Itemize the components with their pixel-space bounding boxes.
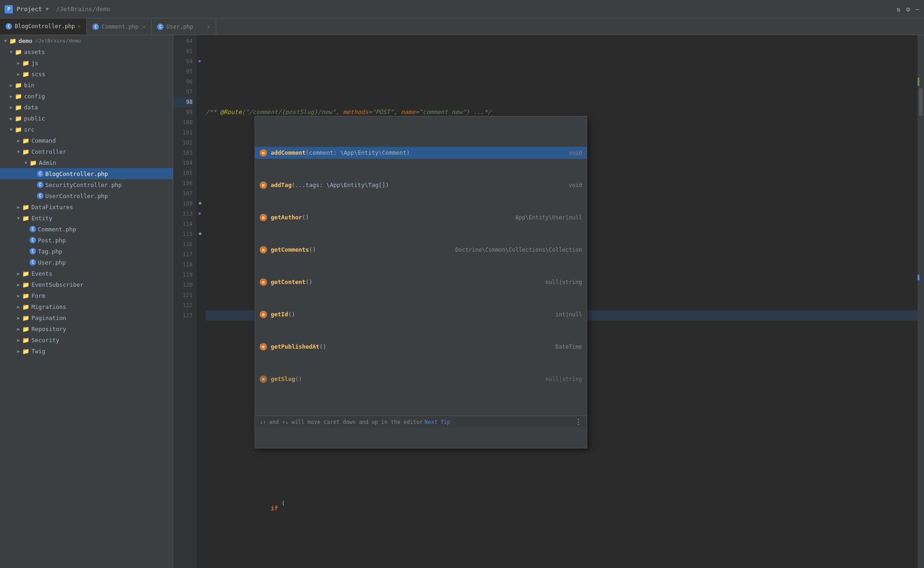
- sidebar-item-events[interactable]: ▶ 📁 Events: [0, 268, 173, 279]
- sidebar-item-comment-php[interactable]: ▶ C Comment.php: [0, 224, 173, 235]
- sidebar-item-security[interactable]: ▶ 📁 Security: [0, 334, 173, 345]
- js-label: js: [31, 60, 38, 66]
- admin-arrow-icon: ▼: [22, 159, 30, 166]
- ac-method-name-getPublishedAt: getPublishedAt(): [271, 342, 552, 352]
- dropdown-arrow-icon[interactable]: ▼: [46, 6, 49, 12]
- sidebar-item-config[interactable]: ▶ 📁 config: [0, 91, 173, 102]
- tab-comment[interactable]: C Comment.php ✕: [87, 18, 152, 35]
- sidebar-item-public[interactable]: ▶ 📁 public: [0, 113, 173, 124]
- change-marker-2: [918, 275, 919, 280]
- tab-user[interactable]: C User.php ✕: [152, 18, 216, 35]
- repository-label: Repository: [31, 326, 66, 332]
- tab-file-icon-blog: C: [6, 23, 12, 30]
- vertical-scrollbar[interactable]: [918, 35, 924, 568]
- sidebar-item-admin[interactable]: ▼ 📁 Admin: [0, 157, 173, 168]
- tab-blog-controller[interactable]: C BlogController.php ✕: [0, 18, 87, 35]
- gutter: ▶ ● ▶ ●: [196, 35, 204, 568]
- tab-close-blog[interactable]: ✕: [78, 23, 81, 30]
- user-ctrl-label: UserController.php: [45, 193, 108, 199]
- minimize-icon[interactable]: −: [916, 6, 919, 13]
- autocomplete-popup[interactable]: m addComment(comment: \App\Entity\Commen…: [255, 116, 587, 448]
- sidebar-item-eventsubscriber[interactable]: ▶ 📁 EventSubscriber: [0, 279, 173, 290]
- sidebar-item-command[interactable]: ▶ 📁 Command: [0, 135, 173, 146]
- assets-folder-icon: 📁: [15, 48, 22, 55]
- config-arrow-icon: ▶: [7, 92, 15, 100]
- sidebar-item-twig[interactable]: ▶ 📁 Twig: [0, 345, 173, 357]
- tab-close-user[interactable]: ✕: [207, 24, 210, 30]
- repository-arrow-icon: ▶: [15, 325, 22, 332]
- assets-label: assets: [24, 48, 45, 55]
- autocomplete-item-getComments[interactable]: m getComments() Doctrine\Common\Collecti…: [255, 244, 587, 256]
- ac-return-type-getSlug: null|string: [546, 374, 582, 384]
- autocomplete-item-getSlug[interactable]: m getSlug() null|string: [255, 373, 587, 385]
- ac-next-tip-link[interactable]: Next Tip: [425, 417, 450, 427]
- tag-php-icon: C: [30, 248, 36, 254]
- sidebar-item-user-php[interactable]: ▶ C User.php: [0, 257, 173, 268]
- sidebar-item-repository[interactable]: ▶ 📁 Repository: [0, 323, 173, 334]
- ac-return-type-addComment: void: [569, 148, 582, 158]
- ac-footer-dots[interactable]: ⋮: [575, 417, 582, 427]
- sidebar-item-datafixtures[interactable]: ▶ 📁 DataFixtures: [0, 201, 173, 212]
- code-content[interactable]: /** @Route("/comment/{postSlug}/new", me…: [204, 35, 918, 568]
- blog-ctrl-label: BlogController.php: [45, 170, 108, 177]
- root-folder-icon: 📁: [9, 37, 17, 44]
- scss-label: scss: [31, 71, 45, 78]
- sidebar-item-user-controller[interactable]: ▶ C UserController.php: [0, 190, 173, 201]
- sidebar: ▼ 📁 demo /JetBrains/demo ▼ 📁 assets ▶ 📁 …: [0, 35, 173, 568]
- code-line-84: [206, 66, 918, 77]
- sidebar-item-migrations[interactable]: ▶ 📁 Migrations: [0, 301, 173, 312]
- sidebar-item-controller[interactable]: ▼ 📁 Controller: [0, 146, 173, 157]
- public-folder-icon: 📁: [15, 115, 22, 122]
- sidebar-item-scss[interactable]: ▶ 📁 scss: [0, 68, 173, 79]
- autocomplete-item-getContent[interactable]: m getContent() null|string: [255, 276, 587, 288]
- tab-close-comment[interactable]: ✕: [142, 24, 146, 30]
- autocomplete-item-addTag[interactable]: m addTag(...tags: \App\Entity\Tag[]) voi…: [255, 179, 587, 191]
- sec-ctrl-label: SecurityController.php: [45, 181, 122, 188]
- sidebar-item-js[interactable]: ▶ 📁 js: [0, 57, 173, 68]
- sidebar-item-pagination[interactable]: ▶ 📁 Pagination: [0, 312, 173, 323]
- config-folder-icon: 📁: [15, 92, 22, 100]
- autocomplete-footer: ↓↑ and ↑↓ will move caret down and up in…: [255, 416, 587, 428]
- bin-arrow-icon: ▶: [7, 81, 15, 89]
- sidebar-item-data[interactable]: ▶ 📁 data: [0, 102, 173, 113]
- security-folder-icon: 📁: [22, 336, 30, 344]
- twig-arrow-icon: ▶: [15, 347, 22, 355]
- sidebar-item-src[interactable]: ▼ 📁 src: [0, 124, 173, 135]
- project-label[interactable]: Project: [17, 6, 42, 12]
- title-bar-left: P Project ▼ /JetBrains/demo: [5, 5, 178, 13]
- blog-ctrl-icon: C: [37, 170, 43, 177]
- datafixtures-arrow-icon: ▶: [15, 203, 22, 211]
- sidebar-item-tag-php[interactable]: ▶ C Tag.php: [0, 246, 173, 257]
- events-folder-icon: 📁: [22, 270, 30, 277]
- user-php-label: User.php: [38, 259, 66, 266]
- autocomplete-item-addComment[interactable]: m addComment(comment: \App\Entity\Commen…: [255, 147, 587, 159]
- sidebar-item-form[interactable]: ▶ 📁 Form: [0, 290, 173, 301]
- scrollbar-thumb[interactable]: [919, 88, 923, 116]
- sidebar-item-security-controller[interactable]: ▶ C SecurityController.php: [0, 179, 173, 190]
- src-folder-icon: 📁: [15, 126, 22, 133]
- sidebar-item-entity[interactable]: ▼ 📁 Entity: [0, 212, 173, 224]
- sidebar-item-assets[interactable]: ▼ 📁 assets: [0, 46, 173, 57]
- datafixtures-folder-icon: 📁: [22, 203, 30, 211]
- tab-label-user: User.php: [166, 24, 193, 30]
- autocomplete-item-getPublishedAt[interactable]: m getPublishedAt() DateTime: [255, 341, 587, 353]
- arrange-icon[interactable]: ⇅: [897, 6, 900, 13]
- tab-file-icon-comment: C: [92, 24, 99, 30]
- autocomplete-item-getId[interactable]: m getId() int|null: [255, 308, 587, 320]
- ac-method-name-addComment: addComment(comment: \App\Entity\Comment): [271, 148, 565, 158]
- comment-php-label: Comment.php: [38, 226, 76, 233]
- ac-return-type-getId: int|null: [555, 309, 582, 320]
- sidebar-item-blog-controller[interactable]: ▶ C BlogController.php: [0, 168, 173, 179]
- ac-method-icon-getComments: m: [260, 246, 267, 254]
- settings-icon[interactable]: ⚙: [906, 6, 910, 13]
- sidebar-item-post-php[interactable]: ▶ C Post.php: [0, 235, 173, 246]
- ac-method-icon-getId: m: [260, 311, 267, 318]
- sidebar-root[interactable]: ▼ 📁 demo /JetBrains/demo: [0, 35, 173, 46]
- command-label: Command: [31, 137, 56, 144]
- root-arrow-icon: ▼: [2, 37, 9, 44]
- user-ctrl-icon: C: [37, 193, 43, 199]
- autocomplete-item-getAuthor[interactable]: m getAuthor() App\Entity\User|null: [255, 211, 587, 224]
- editor[interactable]: 84 85 94 95 96 97 98 99 100 101 102 103 …: [173, 35, 924, 568]
- sidebar-item-bin[interactable]: ▶ 📁 bin: [0, 79, 173, 91]
- controller-arrow-icon: ▼: [15, 148, 22, 155]
